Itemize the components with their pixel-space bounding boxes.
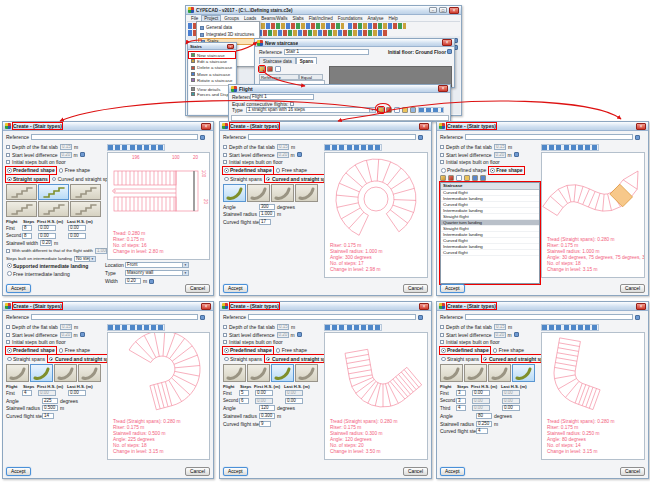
level-picker-icon[interactable] <box>514 152 519 157</box>
straight-spans-option[interactable]: Straight spans <box>223 175 263 182</box>
initial-steps-checkbox[interactable] <box>6 160 10 164</box>
tab[interactable]: Spans <box>296 57 318 64</box>
radius-input[interactable]: 0.500 <box>42 405 58 411</box>
depth-checkbox[interactable] <box>440 325 444 329</box>
level-picker-icon[interactable] <box>297 152 302 157</box>
stair-type-thumb[interactable] <box>78 364 101 382</box>
straight-radio[interactable] <box>7 177 12 182</box>
location-select[interactable]: Front <box>125 262 189 268</box>
edit-span-icon[interactable] <box>267 66 273 72</box>
import-segment-icon[interactable] <box>464 175 470 181</box>
predefined-shape-option[interactable]: Predefined shape <box>6 167 56 174</box>
cancel-button[interactable]: Cancel <box>403 284 428 293</box>
free-shape-radio[interactable] <box>493 348 498 353</box>
steps-input[interactable]: 3 <box>456 398 466 404</box>
depth-checkbox[interactable] <box>6 325 10 329</box>
predefined-radio[interactable] <box>7 348 12 353</box>
equal-flights-checkbox[interactable] <box>290 102 294 106</box>
curved-radio[interactable] <box>266 357 271 362</box>
menu-item[interactable]: Slabs <box>290 16 305 21</box>
stairs-panel-item[interactable]: Rotate a staircase <box>189 77 235 83</box>
accept-button[interactable]: Accept <box>223 284 248 293</box>
curved-steps-input[interactable]: 9 <box>259 421 271 427</box>
export-type-icon[interactable] <box>410 107 416 113</box>
straight-radio[interactable] <box>7 357 12 362</box>
zoom-toolbar[interactable] <box>107 324 165 331</box>
free-shape-option[interactable]: Free shape <box>275 347 308 354</box>
first-hs-input[interactable]: 0.00 <box>38 233 56 239</box>
stair-type-thumb[interactable] <box>6 184 37 200</box>
main-titlebar[interactable]: CYPECAD - v2017 - (C:\...\Defining stair… <box>186 6 461 15</box>
predefined-radio[interactable] <box>441 168 446 173</box>
close-icon[interactable]: × <box>201 123 211 130</box>
help-icon[interactable] <box>200 135 205 140</box>
start-level-checkbox[interactable] <box>440 153 444 157</box>
add-segment-icon[interactable] <box>440 175 446 181</box>
menu-item[interactable]: Foundations <box>336 16 365 21</box>
zoom-toolbar[interactable] <box>107 144 165 151</box>
depth-checkbox[interactable] <box>223 145 227 149</box>
curved-steps-input[interactable]: 4 <box>476 428 488 434</box>
stairs-panel-titlebar[interactable]: Stairs × <box>188 43 236 50</box>
wall-type-select[interactable]: Masonry wall <box>125 270 189 276</box>
menu-item[interactable]: Loads <box>242 16 258 21</box>
predefined-shape-option[interactable]: Predefined shape <box>440 167 487 174</box>
first-hs-input[interactable]: 0.00 <box>472 398 490 404</box>
stair-type-thumb[interactable] <box>271 184 294 202</box>
start-level-checkbox[interactable] <box>6 153 10 157</box>
radius-input[interactable]: 0.250 <box>476 421 492 427</box>
steps-input[interactable]: 6 <box>239 398 249 404</box>
first-hs-input[interactable]: 0.00 <box>38 390 56 396</box>
free-shape-radio[interactable] <box>490 168 495 173</box>
edit-type-pencil-icon[interactable] <box>378 107 384 113</box>
copy-span-icon[interactable] <box>275 66 281 72</box>
reference-input[interactable] <box>248 314 416 320</box>
delete-segment-icon[interactable] <box>448 175 454 181</box>
stair-type-thumb[interactable] <box>295 364 318 382</box>
move-up-icon[interactable] <box>472 175 478 181</box>
reference-input[interactable] <box>248 134 416 140</box>
cancel-button[interactable]: Cancel <box>185 284 210 293</box>
curved-steps-input[interactable]: 17 <box>259 219 271 225</box>
reference-input[interactable]: Flight 1 <box>250 94 314 100</box>
depth-checkbox[interactable] <box>223 325 227 329</box>
level-picker-icon[interactable] <box>514 332 519 337</box>
initial-steps-checkbox[interactable] <box>223 340 227 344</box>
zoom-toolbar[interactable] <box>324 144 382 151</box>
menu-item[interactable]: Help <box>386 16 399 21</box>
stair-type-thumb[interactable] <box>6 201 37 217</box>
initial-steps-checkbox[interactable] <box>440 160 444 164</box>
free-shape-option[interactable]: Free shape <box>58 167 91 174</box>
steps-input[interactable]: 4 <box>22 390 32 396</box>
reference-input[interactable] <box>465 314 633 320</box>
stair-type-thumb[interactable] <box>54 364 77 382</box>
cancel-button[interactable]: Cancel <box>620 284 645 293</box>
staircase-segment-list[interactable]: Staircase Curved flightIntermediate land… <box>440 182 540 284</box>
width-diff-checkbox[interactable] <box>6 249 10 253</box>
reference-input[interactable] <box>31 314 198 320</box>
menu-item[interactable]: Groups <box>222 16 241 21</box>
depth-checkbox[interactable] <box>6 145 10 149</box>
angle-input[interactable]: 225 <box>42 398 58 404</box>
first-hs-input[interactable]: 0.00 <box>472 405 490 411</box>
supported-landing-option[interactable]: Supported intermediate landing <box>6 262 89 269</box>
level-picker-icon[interactable] <box>297 332 302 337</box>
stair-type-thumb[interactable] <box>70 184 101 200</box>
straight-radio[interactable] <box>224 177 229 182</box>
accept-button[interactable]: Accept <box>440 467 465 476</box>
last-hs-input[interactable]: 0.00 <box>502 390 520 396</box>
predefined-shape-option[interactable]: Predefined shape <box>440 347 490 354</box>
close-icon[interactable]: × <box>227 44 234 49</box>
menu-item[interactable]: Beams/Walls <box>259 16 289 21</box>
last-hs-input[interactable]: 0.00 <box>502 405 520 411</box>
zoom-toolbar[interactable] <box>418 107 444 113</box>
stair-type-thumb[interactable] <box>223 364 246 382</box>
cancel-button[interactable]: Cancel <box>185 467 210 476</box>
free-shape-radio[interactable] <box>276 348 281 353</box>
steps-input[interactable]: 5 <box>239 390 249 396</box>
titlebar[interactable]: Create - (Stair types) × <box>437 122 648 131</box>
last-hs-input[interactable]: 0.00 <box>285 390 303 396</box>
maximize-icon[interactable]: □ <box>439 7 447 13</box>
curved-radio[interactable] <box>266 177 271 182</box>
tab[interactable]: Staircase data <box>259 57 296 64</box>
